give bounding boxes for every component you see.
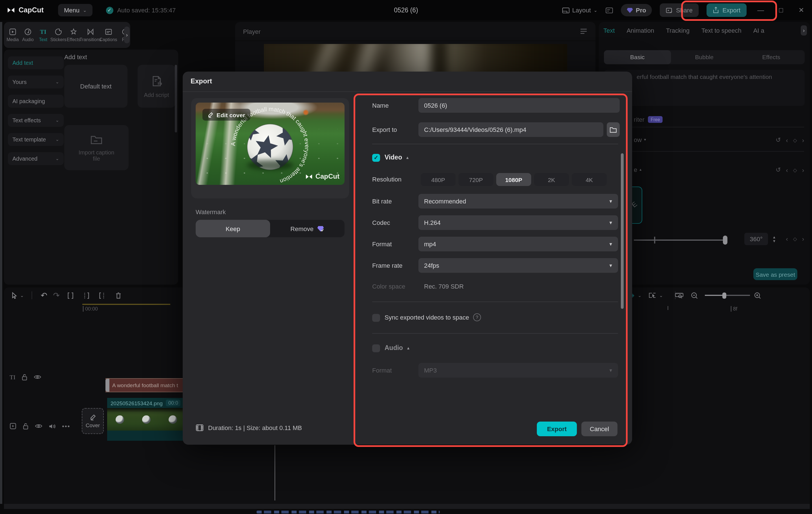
tool-audio[interactable]: Audio xyxy=(20,28,35,42)
eye-icon[interactable] xyxy=(35,423,42,429)
tab-tracking[interactable]: Tracking xyxy=(666,27,690,34)
watermark-remove-option[interactable]: Remove xyxy=(270,220,345,237)
name-input[interactable]: 0526 (6) xyxy=(418,98,620,113)
export-button-top[interactable]: Export xyxy=(706,3,747,17)
export-path-input[interactable]: C:/Users/93444/Videos/0526 (6).mp4 xyxy=(418,122,603,137)
help-icon[interactable]: ? xyxy=(473,313,481,321)
panel-scrollbar[interactable] xyxy=(175,65,177,132)
player-options-icon[interactable] xyxy=(580,28,587,34)
reset-icon[interactable]: ↺ xyxy=(776,166,781,174)
pro-badge[interactable]: Pro xyxy=(620,4,652,16)
save-as-preset-button[interactable]: Save as preset xyxy=(753,268,798,280)
lock-icon[interactable] xyxy=(22,374,28,381)
frame-rate-select[interactable]: 24fps▼ xyxy=(418,258,618,273)
edit-cover-button[interactable]: Edit cover xyxy=(202,109,250,121)
timeline-zoom-slider[interactable] xyxy=(705,288,750,303)
bit-rate-select[interactable]: Recommended▼ xyxy=(418,194,618,209)
add-script-tile[interactable]: Add script xyxy=(138,65,175,108)
tabs-scroll-next-button[interactable]: › xyxy=(801,25,807,35)
subtab-basic[interactable]: Basic xyxy=(604,50,671,64)
chevron-down-icon[interactable]: ⌄ xyxy=(18,288,26,303)
keyframe-prev-icon[interactable]: ‹ xyxy=(786,236,788,242)
tab-text[interactable]: Text xyxy=(603,27,615,34)
video-section-label[interactable]: Video ▲ xyxy=(384,154,409,161)
subtab-effects[interactable]: Effects xyxy=(738,50,805,64)
keyframe-prev-icon[interactable]: ‹ xyxy=(786,137,788,144)
cancel-button[interactable]: Cancel xyxy=(581,422,617,436)
stepper-up-icon[interactable]: ▲ xyxy=(773,235,776,239)
tab-ai[interactable]: AI a xyxy=(753,27,764,34)
split-icon[interactable] xyxy=(63,288,78,303)
section-row-e[interactable]: e ▴ xyxy=(634,166,641,173)
slider-handle[interactable] xyxy=(723,236,727,245)
sidebar-item-advanced[interactable]: Advanced⌄ xyxy=(8,152,64,165)
tool-effects[interactable]: Effects xyxy=(66,28,81,42)
eye-icon[interactable] xyxy=(34,374,41,380)
undo-icon[interactable]: ↶ xyxy=(38,288,50,303)
rotation-stepper[interactable]: ▲▼ xyxy=(770,233,778,245)
format-select[interactable]: mp4▼ xyxy=(418,237,618,251)
default-text-tile[interactable]: Default text xyxy=(64,65,127,108)
clip-trim-handle[interactable] xyxy=(106,379,109,392)
tab-text-to-speech[interactable]: Text to speech xyxy=(701,27,742,34)
stepper-down-icon[interactable]: ▼ xyxy=(773,239,776,243)
sidebar-item-ai-packaging[interactable]: AI packaging xyxy=(8,95,64,108)
ruler-zoom-icon[interactable] xyxy=(675,288,684,303)
keyframe-next-icon[interactable]: › xyxy=(802,236,804,242)
preview-snap-icon[interactable] xyxy=(648,288,656,303)
timeline-horizontal-scrollbar[interactable] xyxy=(4,504,810,509)
chevron-down-icon[interactable]: ⌄ xyxy=(659,288,663,303)
tool-stickers[interactable]: Stickers xyxy=(51,28,66,42)
ai-writer-row[interactable]: riter Free xyxy=(634,116,663,123)
sidebar-item-add-text[interactable]: Add text xyxy=(8,56,64,69)
keyframe-prev-icon[interactable]: ‹ xyxy=(786,167,788,173)
timeline-image-clip[interactable]: 20250526153424.png 00:0 xyxy=(107,398,187,441)
tool-captions[interactable]: Captions xyxy=(100,28,117,42)
layout-menu[interactable]: Layout ⌄ xyxy=(562,7,598,13)
more-options-icon[interactable]: ••• xyxy=(62,423,70,429)
chevron-down-icon[interactable]: ⌄ xyxy=(638,288,641,303)
resolution-4k[interactable]: 4K xyxy=(572,173,607,186)
audio-section-label[interactable]: Audio ▲ xyxy=(384,344,410,351)
sidebar-item-yours[interactable]: Yours⌄ xyxy=(8,75,64,89)
rotation-slider[interactable] xyxy=(634,237,727,243)
sidebar-item-text-template[interactable]: Text template⌄ xyxy=(8,133,64,146)
sidebar-item-text-effects[interactable]: Text effects⌄ xyxy=(8,114,64,127)
resolution-2k[interactable]: 2K xyxy=(534,173,569,186)
sync-checkbox[interactable] xyxy=(372,314,380,322)
delete-icon[interactable] xyxy=(110,288,127,303)
caption-text-input[interactable]: erful football match that caught everyon… xyxy=(604,70,805,106)
rotation-value-field[interactable]: 360° xyxy=(744,233,768,245)
resolution-1080p[interactable]: 1080P xyxy=(496,173,531,186)
codec-select[interactable]: H.264▼ xyxy=(418,215,618,230)
close-button[interactable]: ✕ xyxy=(795,6,808,14)
playhead[interactable] xyxy=(274,445,275,501)
speaker-icon[interactable] xyxy=(49,423,56,429)
notes-panel-button[interactable] xyxy=(605,7,613,13)
subtab-bubble[interactable]: Bubble xyxy=(671,50,737,64)
video-checkbox[interactable]: ✓ xyxy=(372,154,380,162)
export-confirm-button[interactable]: Export xyxy=(537,422,577,436)
dialog-scrollbar[interactable] xyxy=(621,153,624,309)
audio-checkbox[interactable] xyxy=(372,344,380,352)
split-delete-right-icon[interactable] xyxy=(94,288,110,303)
zoom-in-icon[interactable] xyxy=(754,288,761,303)
maximize-button[interactable]: ☐ xyxy=(775,7,787,13)
share-button[interactable]: Share xyxy=(660,3,699,17)
keyframe-diamond-icon[interactable]: ◇ xyxy=(793,137,797,143)
resolution-480p[interactable]: 480P xyxy=(420,173,456,186)
tool-text[interactable]: TI Text xyxy=(35,28,51,42)
resolution-720p[interactable]: 720P xyxy=(459,173,493,186)
tool-media[interactable]: Media xyxy=(5,28,20,42)
keyframe-diamond-icon[interactable]: ◇ xyxy=(793,167,797,173)
keyframe-diamond-icon[interactable]: ◇ xyxy=(793,236,797,242)
watermark-keep-option[interactable]: Keep xyxy=(196,220,270,237)
tool-transitions[interactable]: Transitions xyxy=(81,28,100,42)
reset-icon[interactable]: ↺ xyxy=(776,137,781,144)
minimize-button[interactable]: — xyxy=(754,6,767,14)
section-row-glow[interactable]: ow ▾ xyxy=(634,137,646,143)
browse-folder-button[interactable] xyxy=(607,122,620,137)
cover-button[interactable]: Cover xyxy=(82,408,104,434)
menu-button[interactable]: Menu ⌄ xyxy=(58,4,92,16)
zoom-out-icon[interactable] xyxy=(691,288,698,303)
